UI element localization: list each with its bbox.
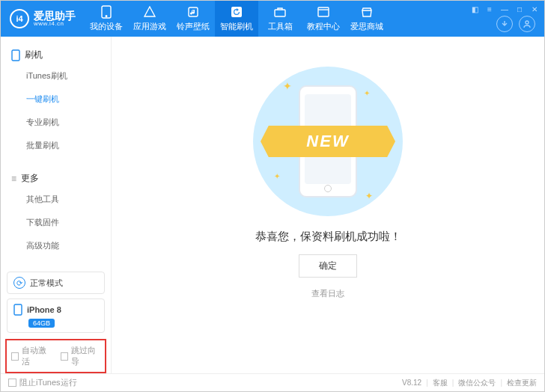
- logo-icon: i4: [10, 9, 29, 28]
- book-icon: [317, 5, 330, 19]
- new-ribbon: NEW: [261, 126, 395, 157]
- store-icon: [360, 5, 374, 19]
- logo: i4 爱思助手 www.i4.cn: [1, 9, 85, 28]
- star-icon: ✦: [274, 172, 280, 180]
- sidebar-item-download-firmware[interactable]: 下载固件: [1, 211, 111, 234]
- app-header: i4 爱思助手 www.i4.cn 我的设备 应用游戏 铃声壁纸 智能刷机 工具…: [1, 1, 544, 37]
- tab-label: 我的设备: [90, 21, 123, 32]
- support-link[interactable]: 客服: [433, 378, 448, 388]
- menu-icon[interactable]: ≡: [484, 4, 495, 14]
- sidebar: 刷机 iTunes刷机 一键刷机 专业刷机 批量刷机 ≡ 更多 其他工具 下载固…: [1, 37, 112, 373]
- window-controls: ◧ ≡ — □ ✕: [469, 4, 540, 14]
- tab-label: 教程中心: [307, 21, 340, 32]
- brand-name: 爱思助手: [34, 10, 76, 21]
- top-tabs: 我的设备 应用游戏 铃声壁纸 智能刷机 工具箱 教程中心 爱思商城: [85, 1, 389, 37]
- phone-icon: [100, 5, 113, 19]
- tab-label: 工具箱: [268, 21, 293, 32]
- tab-my-device[interactable]: 我的设备: [85, 1, 128, 37]
- device-name: iPhone 8: [27, 305, 61, 314]
- sidebar-item-batch-flash[interactable]: 批量刷机: [1, 134, 111, 157]
- options-highlight: 自动激活 跳过向导: [5, 339, 106, 373]
- star-icon: ✦: [365, 191, 373, 201]
- star-icon: ✦: [364, 89, 370, 97]
- tab-tutorials[interactable]: 教程中心: [302, 1, 345, 37]
- svg-point-7: [526, 21, 529, 24]
- svg-rect-5: [318, 7, 329, 16]
- svg-point-1: [106, 16, 107, 17]
- checkbox-auto-activate[interactable]: 自动激活: [11, 345, 52, 367]
- tab-label: 铃声壁纸: [177, 21, 210, 32]
- skin-icon[interactable]: ◧: [469, 4, 480, 14]
- tab-ringtones[interactable]: 铃声壁纸: [171, 1, 215, 37]
- apps-icon: [143, 5, 156, 19]
- brand-url: www.i4.cn: [34, 21, 76, 27]
- tab-label: 智能刷机: [220, 21, 253, 32]
- tab-label: 应用游戏: [133, 21, 166, 32]
- tab-store[interactable]: 爱思商城: [345, 1, 389, 37]
- checkbox-block-itunes[interactable]: 阻止iTunes运行: [8, 377, 77, 388]
- success-illustration: ✦ ✦ ✦ ✦ NEW: [253, 67, 403, 216]
- ok-button[interactable]: 确定: [299, 254, 357, 278]
- status-bar: 阻止iTunes运行 V8.12 | 客服 | 微信公众号 | 检查更新: [1, 373, 544, 391]
- sidebar-item-itunes-flash[interactable]: iTunes刷机: [1, 64, 111, 88]
- success-message: 恭喜您，保资料刷机成功啦！: [255, 230, 401, 244]
- more-icon: ≡: [11, 174, 16, 184]
- tab-toolbox[interactable]: 工具箱: [258, 1, 302, 37]
- svg-rect-4: [275, 10, 285, 16]
- star-icon: ✦: [283, 80, 292, 92]
- minimize-icon[interactable]: —: [499, 4, 510, 14]
- refresh-icon: [230, 5, 243, 19]
- tab-flash[interactable]: 智能刷机: [215, 1, 258, 37]
- view-log-link[interactable]: 查看日志: [311, 288, 344, 299]
- sidebar-group-flash: 刷机: [1, 46, 111, 64]
- maximize-icon[interactable]: □: [514, 4, 525, 14]
- wechat-link[interactable]: 微信公众号: [458, 378, 496, 388]
- svg-rect-9: [14, 304, 22, 315]
- sidebar-group-more: ≡ 更多: [1, 169, 111, 188]
- mode-icon: ⟳: [13, 277, 25, 289]
- tab-apps[interactable]: 应用游戏: [128, 1, 171, 37]
- checkbox-icon: [61, 352, 68, 361]
- music-icon: [186, 5, 200, 19]
- download-icon[interactable]: [496, 16, 513, 32]
- mode-label: 正常模式: [30, 278, 63, 289]
- checkbox-skip-guide[interactable]: 跳过向导: [61, 345, 101, 367]
- sidebar-item-pro-flash[interactable]: 专业刷机: [1, 111, 111, 134]
- svg-rect-8: [12, 50, 19, 61]
- device-info[interactable]: iPhone 8 64GB: [7, 298, 105, 333]
- storage-badge: 64GB: [28, 319, 55, 328]
- phone-icon: [11, 49, 20, 61]
- toolbox-icon: [273, 5, 287, 19]
- check-update-link[interactable]: 检查更新: [507, 378, 537, 388]
- main-content: ✦ ✦ ✦ ✦ NEW 恭喜您，保资料刷机成功啦！ 确定 查看日志: [112, 37, 544, 373]
- user-icon[interactable]: [519, 16, 535, 32]
- close-icon[interactable]: ✕: [529, 4, 540, 14]
- phone-icon: [13, 304, 22, 316]
- version-label: V8.12: [402, 379, 421, 387]
- sidebar-item-advanced[interactable]: 高级功能: [1, 234, 111, 257]
- tab-label: 爱思商城: [350, 21, 383, 32]
- device-mode[interactable]: ⟳ 正常模式: [7, 272, 105, 294]
- checkbox-icon: [8, 379, 16, 387]
- checkbox-icon: [11, 352, 19, 361]
- sidebar-item-other-tools[interactable]: 其他工具: [1, 188, 111, 211]
- sidebar-item-oneclick-flash[interactable]: 一键刷机: [1, 88, 111, 111]
